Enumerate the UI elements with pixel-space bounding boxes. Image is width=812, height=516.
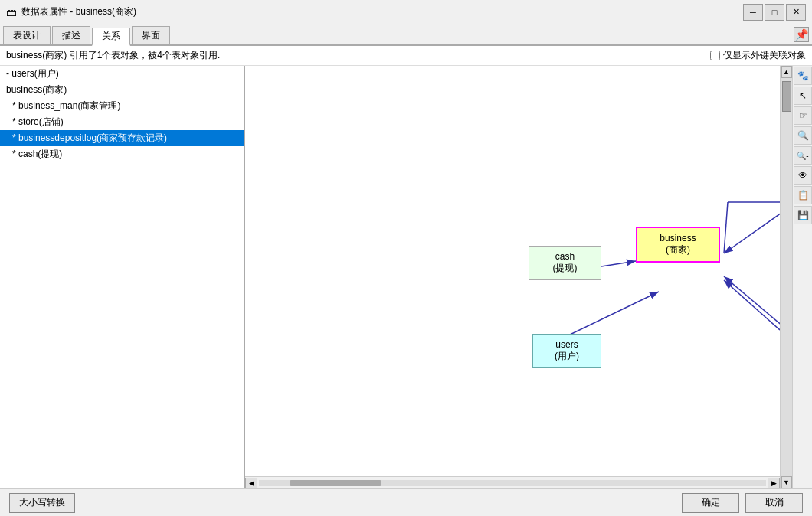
scroll-track-horizontal[interactable] (259, 480, 766, 486)
pin-button[interactable]: 📌 (794, 27, 809, 42)
toolbar-btn-zoom-in[interactable]: 🔍 (794, 126, 812, 145)
ok-button[interactable]: 确定 (682, 493, 739, 513)
tree-item-business-man[interactable]: * business_man(商家管理) (0, 98, 244, 114)
node-cash[interactable]: cash (提现) (529, 246, 601, 280)
tab-relation[interactable]: 关系 (92, 28, 130, 46)
right-toolbar: 🐾 ↖ ☞ 🔍 🔍- 👁 📋 💾 (792, 66, 812, 488)
scroll-left-button[interactable]: ◀ (245, 478, 257, 488)
app-icon: 🗃 (6, 6, 17, 18)
scroll-thumb-vertical[interactable] (782, 81, 791, 112)
toolbar-btn-zoom-out[interactable]: 🔍- (794, 146, 812, 165)
scroll-track-vertical[interactable] (781, 78, 792, 476)
tree-item-businessdepositlog[interactable]: * businessdepositlog(商家预存款记录) (0, 130, 244, 146)
window-controls: ─ □ ✕ (743, 4, 806, 21)
right-panel: businessdepositlog (商家预存款记录) business (商… (245, 66, 812, 488)
node-users[interactable]: users (用户) (532, 334, 601, 368)
svg-line-5 (601, 261, 636, 266)
toolbar-btn-view[interactable]: 👁 (794, 166, 812, 185)
tab-description[interactable]: 描述 (52, 26, 90, 44)
toolbar-btn-hand[interactable]: ☞ (794, 106, 812, 125)
node-users-line2: (用户) (539, 350, 594, 363)
svg-line-6 (567, 292, 659, 336)
main-content: - users(用户) business(商家) * business_man(… (0, 66, 812, 488)
tree-item-users[interactable]: - users(用户) (0, 66, 244, 82)
tree-item-cash[interactable]: * cash(提现) (0, 146, 244, 162)
vertical-scrollbar: ▲ ▼ (780, 66, 792, 488)
footer-right: 确定 取消 (682, 493, 803, 513)
left-panel: - users(用户) business(商家) * business_man(… (0, 66, 245, 488)
tree-item-business[interactable]: business(商家) (0, 82, 244, 98)
node-business[interactable]: business (商家) (636, 227, 720, 263)
info-bar: business(商家) 引用了1个表对象，被4个表对象引用. 仅显示外键关联对… (0, 46, 812, 66)
node-cash-line2: (提现) (535, 262, 594, 275)
footer-left: 大小写转换 (9, 493, 75, 513)
close-button[interactable]: ✕ (786, 4, 806, 21)
foreign-key-filter-text: 仅显示外键关联对象 (723, 49, 806, 62)
tree-item-store[interactable]: * store(店铺) (0, 114, 244, 130)
toolbar-btn-paw[interactable]: 🐾 (794, 67, 812, 85)
cancel-button[interactable]: 取消 (745, 493, 803, 513)
tab-design[interactable]: 表设计 (3, 26, 51, 44)
foreign-key-filter-checkbox[interactable] (710, 51, 720, 60)
scroll-thumb-horizontal[interactable] (290, 480, 381, 486)
title-bar: 🗃 数据表属性 - business(商家) ─ □ ✕ (0, 0, 812, 24)
minimize-button[interactable]: ─ (743, 4, 763, 21)
node-business-line1: business (643, 233, 712, 243)
horizontal-scrollbar: ◀ ▶ (245, 476, 780, 488)
tab-bar: 表设计 描述 关系 界面 📌 (0, 24, 812, 46)
window-title: 数据表属性 - business(商家) (21, 5, 743, 18)
scroll-down-button[interactable]: ▼ (781, 476, 792, 488)
toolbar-btn-copy[interactable]: 📋 (794, 186, 812, 204)
footer: 大小写转换 确定 取消 (0, 488, 812, 516)
scroll-right-button[interactable]: ▶ (768, 478, 780, 488)
node-business-line2: (商家) (643, 243, 712, 256)
node-users-line1: users (539, 339, 594, 350)
foreign-key-filter-label[interactable]: 仅显示外键关联对象 (710, 49, 806, 62)
diagram-canvas[interactable]: businessdepositlog (商家预存款记录) business (商… (245, 66, 812, 488)
svg-line-4 (724, 202, 728, 253)
info-text: business(商家) 引用了1个表对象，被4个表对象引用. (6, 49, 220, 62)
toolbar-btn-pointer[interactable]: ↖ (794, 87, 812, 105)
tab-interface[interactable]: 界面 (132, 26, 170, 44)
toolbar-btn-save[interactable]: 💾 (794, 206, 812, 224)
maximize-button[interactable]: □ (765, 4, 784, 21)
node-cash-line1: cash (535, 251, 594, 262)
case-convert-button[interactable]: 大小写转换 (9, 493, 75, 513)
scroll-up-button[interactable]: ▲ (781, 66, 792, 78)
